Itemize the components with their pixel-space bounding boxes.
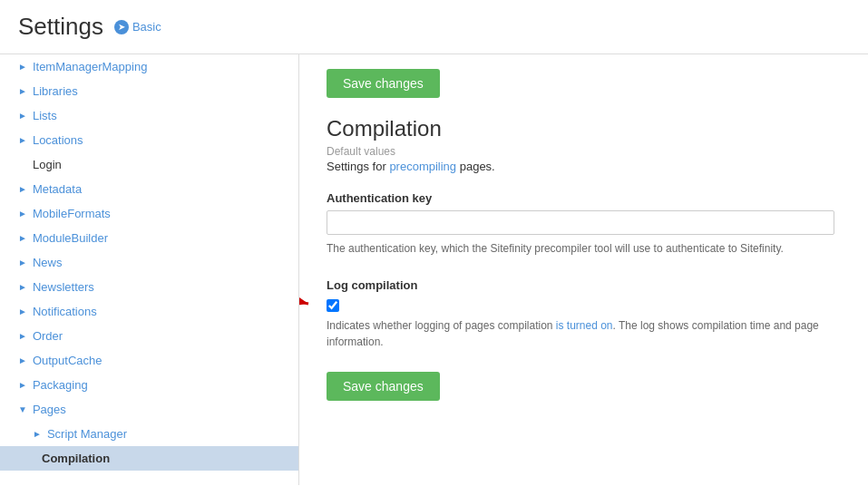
sidebar-item-metadata[interactable]: ► Metadata <box>0 177 298 201</box>
arrow-icon: ► <box>18 282 27 292</box>
sidebar-item-packaging[interactable]: ► Packaging <box>0 373 298 397</box>
arrow-icon: ▼ <box>18 404 27 414</box>
hint-link[interactable]: is turned on <box>556 319 613 332</box>
sidebar-item-mobileformats[interactable]: ► MobileFormats <box>0 201 298 226</box>
log-compilation-label: Log compilation <box>327 278 841 292</box>
arrow-icon: ► <box>18 380 27 390</box>
section-description: Settings for precompiling pages. <box>327 160 841 173</box>
auth-key-section: Authentication key The authentication ke… <box>327 191 841 257</box>
sidebar-item-label: Login <box>33 158 62 171</box>
arrow-icon: ► <box>18 258 27 267</box>
log-compilation-row <box>327 299 841 312</box>
arrow-icon: ► <box>18 209 27 219</box>
basic-badge[interactable]: ➤ Basic <box>114 20 161 34</box>
sidebar-item-newsletters[interactable]: ► Newsletters <box>0 275 298 299</box>
sidebar-item-news[interactable]: ► News <box>0 250 298 275</box>
sidebar-item-label: Packaging <box>33 378 88 392</box>
sidebar-item-scriptmanager[interactable]: ► Script Manager <box>0 422 298 446</box>
sidebar-item-login[interactable]: Login <box>0 152 298 177</box>
badge-icon: ➤ <box>114 20 129 34</box>
sidebar-item-modulebuilder[interactable]: ► ModuleBuilder <box>0 226 298 250</box>
badge-label: Basic <box>132 20 161 34</box>
sidebar-item-label: Pages <box>33 403 66 416</box>
section-subtitle: Default values <box>327 145 841 158</box>
auth-key-label: Authentication key <box>327 191 841 205</box>
sidebar-item-locations[interactable]: ► Locations <box>0 128 298 152</box>
sidebar-item-outputcache[interactable]: ► OutputCache <box>0 348 298 373</box>
sidebar-item-label: Compilation <box>42 452 110 465</box>
sidebar-item-label: Metadata <box>33 182 82 196</box>
arrow-icon: ► <box>18 135 27 145</box>
sidebar-item-label: ModuleBuilder <box>33 231 108 245</box>
auth-key-hint: The authentication key, which the Sitefi… <box>327 240 834 257</box>
sidebar-item-label: MobileFormats <box>33 207 111 220</box>
sidebar-item-label: Script Manager <box>47 427 127 441</box>
section-title: Compilation <box>327 116 841 141</box>
main-layout: ► ItemManagerMapping ► Libraries ► Lists… <box>0 54 868 485</box>
section-desc-start: Settings for <box>327 160 389 173</box>
content-area: Save changes Compilation Default values … <box>299 54 868 485</box>
sidebar-item-label: OutputCache <box>33 354 102 367</box>
sidebar-item-libraries[interactable]: ► Libraries <box>0 79 298 103</box>
sidebar-item-label: Libraries <box>33 84 78 98</box>
log-compilation-hint: Indicates whether logging of pages compi… <box>327 317 834 350</box>
arrow-icon: ► <box>18 184 27 194</box>
arrow-icon: ► <box>33 429 42 439</box>
section-desc-link[interactable]: precompiling <box>389 160 456 173</box>
save-button-bottom[interactable]: Save changes <box>327 372 440 401</box>
arrow-icon: ► <box>18 331 27 341</box>
page-title: Settings <box>18 13 103 41</box>
sidebar-item-label: News <box>33 256 63 269</box>
page-header: Settings ➤ Basic <box>0 0 868 54</box>
sidebar-item-order[interactable]: ► Order <box>0 324 298 348</box>
sidebar-item-pages[interactable]: ▼ Pages <box>0 397 298 422</box>
sidebar-item-label: Locations <box>33 133 83 147</box>
arrow-icon: ► <box>18 233 27 243</box>
sidebar-item-notifications[interactable]: ► Notifications <box>0 299 298 324</box>
arrow-icon: ► <box>18 86 27 96</box>
sidebar-item-label: Notifications <box>33 305 97 318</box>
sidebar-item-label: ItemManagerMapping <box>33 60 147 73</box>
hint-start: Indicates whether logging of pages compi… <box>327 319 556 332</box>
sidebar-item-itemmanagermapping[interactable]: ► ItemManagerMapping <box>0 54 298 79</box>
log-compilation-section: Log compilation Indicates whether loggin… <box>327 278 841 350</box>
sidebar-item-label: Newsletters <box>33 280 94 294</box>
sidebar-item-compilation[interactable]: Compilation <box>0 446 298 471</box>
arrow-icon: ► <box>18 111 27 121</box>
arrow-icon: ► <box>18 355 27 365</box>
arrow-icon: ► <box>18 62 27 72</box>
sidebar-item-lists[interactable]: ► Lists <box>0 103 298 128</box>
section-desc-end: pages. <box>456 160 495 173</box>
sidebar-item-label: Order <box>33 329 63 343</box>
sidebar: ► ItemManagerMapping ► Libraries ► Lists… <box>0 54 299 485</box>
auth-key-input[interactable] <box>327 210 834 235</box>
sidebar-item-label: Lists <box>33 109 57 122</box>
arrow-annotation <box>299 286 317 325</box>
log-compilation-checkbox[interactable] <box>327 299 339 312</box>
arrow-icon: ► <box>18 306 27 316</box>
save-button-top[interactable]: Save changes <box>327 69 440 98</box>
